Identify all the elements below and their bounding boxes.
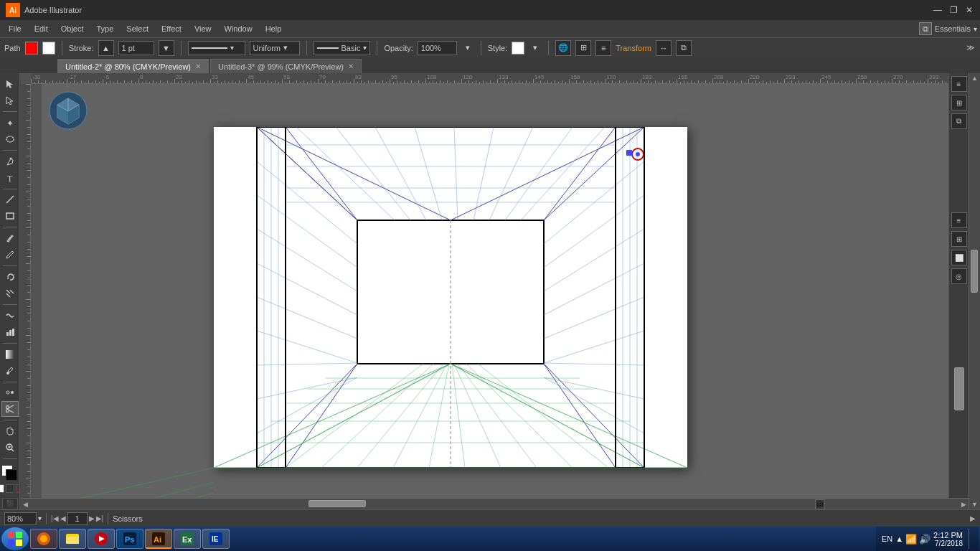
uniform-dropdown[interactable]: Uniform <box>250 41 300 55</box>
tray-volume-icon[interactable]: 🔊 <box>919 534 930 545</box>
scroll-h-thumb[interactable] <box>308 500 366 507</box>
menu-view[interactable]: View <box>189 23 217 34</box>
type-tool[interactable]: T <box>1 170 19 186</box>
line-tool[interactable] <box>1 192 19 207</box>
menu-object[interactable]: Object <box>55 23 90 34</box>
panel-btn-7[interactable]: ◎ <box>951 268 967 284</box>
stroke-down-btn[interactable]: ▼ <box>159 40 174 56</box>
taskbar-media[interactable] <box>88 529 115 549</box>
fill-box[interactable] <box>42 42 55 55</box>
panel-btn-5[interactable]: ⊞ <box>951 231 967 247</box>
taskbar-illustrator[interactable]: Ai <box>145 529 172 549</box>
globe-btn[interactable]: 🌐 <box>555 40 571 56</box>
taskbar-photoshop[interactable]: Ps <box>116 529 143 549</box>
transform-btn[interactable]: Transform <box>616 44 651 52</box>
menu-type[interactable]: Type <box>91 23 120 34</box>
eyedropper-tool[interactable] <box>1 363 19 379</box>
basic-dropdown[interactable]: Basic ▾ <box>314 41 371 55</box>
menu-effect[interactable]: Effect <box>156 23 187 34</box>
tab-1-close[interactable]: ✕ <box>195 62 201 70</box>
zoom-dropdown[interactable]: ▾ <box>38 514 42 522</box>
essentials-dropdown[interactable]: ▾ <box>974 25 977 33</box>
opacity-dropdown-btn[interactable]: ▾ <box>461 41 474 55</box>
panel-btn-1[interactable]: ≡ <box>951 76 967 92</box>
scroll-left-btn[interactable]: ◀ <box>20 499 30 509</box>
panel-btn-2[interactable]: ⊞ <box>951 95 967 110</box>
pen-tool[interactable] <box>1 154 19 169</box>
tray-network-icon[interactable]: 📶 <box>905 534 917 545</box>
perspective-widget[interactable] <box>49 91 88 131</box>
scrollbar-horizontal[interactable]: ◀ ▶ ◎ <box>20 498 969 509</box>
blend-tool[interactable] <box>1 385 19 401</box>
panel-btn-3[interactable]: ⧉ <box>951 113 967 129</box>
menu-edit[interactable]: Edit <box>29 23 54 34</box>
opacity-input[interactable] <box>418 41 457 55</box>
menu-help[interactable]: Help <box>260 23 288 34</box>
page-input[interactable] <box>67 512 88 525</box>
taskbar-firefox[interactable] <box>30 529 57 549</box>
v-scrollbar-thumb[interactable] <box>954 367 964 410</box>
workspace-icon[interactable]: ⧉ <box>919 22 932 35</box>
transform-opts-btn[interactable]: ↔ <box>656 40 672 56</box>
zoom-tool[interactable] <box>1 440 19 456</box>
style-color-box[interactable] <box>512 42 524 55</box>
clock[interactable]: 2:12 PM 7/2/2018 <box>933 531 963 547</box>
lasso-tool[interactable] <box>1 131 19 147</box>
path-color-swatch[interactable] <box>25 42 38 55</box>
align-btn[interactable]: ≡ <box>595 40 611 56</box>
screen-mode-btn[interactable]: ⬛ <box>2 498 18 509</box>
navigator-btn[interactable]: ◎ <box>815 499 825 509</box>
taskbar-explorer[interactable] <box>59 529 86 549</box>
tab-1[interactable]: Untitled-2* @ 80% (CMYK/Preview) ✕ <box>57 59 209 73</box>
direct-selection-tool[interactable] <box>1 93 19 108</box>
nav-prev[interactable]: ◀ <box>60 514 66 522</box>
tray-up-icon[interactable]: ▲ <box>895 534 903 543</box>
scroll-down-end-btn[interactable]: ▼ <box>970 499 980 509</box>
gradient-btn[interactable] <box>6 484 14 493</box>
taskbar-other[interactable]: IE <box>202 529 230 549</box>
taskbar-excel[interactable]: Ex <box>174 529 201 549</box>
minimize-button[interactable]: — <box>933 5 943 15</box>
warp-tool[interactable] <box>1 308 19 324</box>
scroll-up-btn[interactable]: ▲ <box>970 73 980 83</box>
grid-btn[interactable]: ⊞ <box>575 40 591 56</box>
show-desktop-btn[interactable] <box>969 529 973 549</box>
menu-select[interactable]: Select <box>121 23 154 34</box>
close-button[interactable]: ✕ <box>964 5 974 15</box>
scale-tool[interactable] <box>1 286 19 301</box>
paintbrush-tool[interactable] <box>1 230 19 246</box>
panel-btn-6[interactable]: ⬜ <box>951 250 967 265</box>
restore-button[interactable]: ❐ <box>948 5 958 15</box>
nav-next[interactable]: ▶ <box>89 514 95 522</box>
nav-first[interactable]: |◀ <box>51 514 59 522</box>
rotate-tool[interactable] <box>1 269 19 285</box>
pencil-tool[interactable] <box>1 247 19 263</box>
rectangle-tool[interactable] <box>1 208 19 224</box>
tab-2[interactable]: Untitled-3* @ 99% (CMYK/Preview) ✕ <box>210 59 362 73</box>
style-dropdown-btn[interactable]: ▾ <box>529 41 542 55</box>
hand-tool[interactable] <box>1 423 19 439</box>
nav-last[interactable]: ▶| <box>96 514 104 522</box>
essentials-label[interactable]: Essentials <box>935 24 971 33</box>
tab-2-close[interactable]: ✕ <box>348 62 354 70</box>
stroke-input[interactable] <box>118 41 154 55</box>
graph-tool[interactable] <box>1 324 19 340</box>
selection-tool[interactable] <box>1 76 19 92</box>
stroke-swatch[interactable] <box>6 469 17 481</box>
color-btn[interactable] <box>0 484 4 493</box>
scroll-right-btn[interactable]: ▶ <box>958 499 969 509</box>
gradient-tool[interactable] <box>1 347 19 362</box>
zoom-input[interactable] <box>4 512 37 525</box>
start-button[interactable] <box>1 527 29 550</box>
none-btn[interactable] <box>16 484 21 493</box>
stroke-up-btn[interactable]: ▲ <box>98 40 114 56</box>
menu-window[interactable]: Window <box>219 23 258 34</box>
panel-btn-4[interactable]: ≡ <box>951 212 967 228</box>
nav-arrow-right[interactable]: ▶ <box>970 514 976 522</box>
stroke-style-dropdown[interactable]: ▾ <box>188 41 245 55</box>
scissors-tool[interactable] <box>1 401 19 417</box>
scroll-v-thumb[interactable] <box>971 250 978 293</box>
arrange-btn[interactable]: ⧉ <box>676 40 692 56</box>
magic-wand-tool[interactable]: ✦ <box>1 115 19 131</box>
scrollbar-vertical[interactable]: ▲ ▼ <box>969 73 980 509</box>
